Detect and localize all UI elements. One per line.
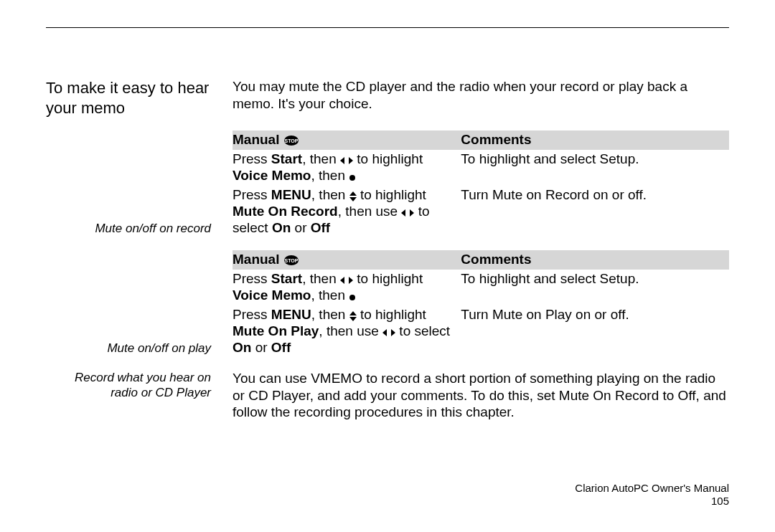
table-header-row: Manual STOP Comments xyxy=(232,130,729,150)
left-right-arrow-icon xyxy=(382,324,395,340)
svg-marker-7 xyxy=(401,209,405,217)
table-mute-play: Manual STOP Comments Press Start, then t… xyxy=(232,250,729,357)
svg-point-13 xyxy=(349,295,355,300)
header-manual-label: Manual xyxy=(232,132,279,147)
page-footer: Clarion AutoPC Owner's Manual 105 xyxy=(575,482,729,508)
enter-dot-icon xyxy=(349,168,356,184)
table-header-row: Manual STOP Comments xyxy=(232,250,729,270)
enter-dot-icon xyxy=(349,288,356,304)
up-down-arrow-icon xyxy=(349,308,357,323)
left-right-arrow-icon xyxy=(401,204,414,220)
manual-cell: Press Start, then to highlight Voice Mem… xyxy=(232,150,461,186)
up-down-arrow-icon xyxy=(349,188,357,204)
footer-title: Clarion AutoPC Owner's Manual xyxy=(575,482,729,495)
svg-marker-2 xyxy=(340,157,344,164)
svg-text:STOP: STOP xyxy=(284,258,298,263)
svg-marker-5 xyxy=(349,191,357,196)
table-row: Press Start, then to highlight Voice Mem… xyxy=(232,150,729,186)
left-right-arrow-icon xyxy=(340,272,353,288)
manual-cell: Press Start, then to highlight Voice Mem… xyxy=(232,270,461,305)
header-manual: Manual STOP xyxy=(232,250,461,270)
svg-marker-14 xyxy=(349,311,357,315)
comments-cell: To highlight and select Setup. xyxy=(461,270,729,305)
table-row: Press Start, then to highlight Voice Mem… xyxy=(232,270,729,305)
header-manual-label: Manual xyxy=(232,252,279,267)
svg-marker-16 xyxy=(382,329,387,336)
svg-marker-6 xyxy=(349,197,357,201)
comments-cell: Turn Mute on Record on or off. xyxy=(461,186,729,237)
header-manual: Manual STOP xyxy=(232,130,461,150)
left-right-arrow-icon xyxy=(340,152,353,168)
manual-cell: Press MENU, then to highlight Mute On Pl… xyxy=(232,305,461,357)
page-number: 105 xyxy=(575,495,729,508)
table-row: Press MENU, then to highlight Mute On Pl… xyxy=(232,305,729,357)
comments-cell: To highlight and select Setup. xyxy=(461,150,729,186)
top-rule xyxy=(46,27,729,28)
comments-cell: Turn Mute on Play on or off. xyxy=(461,305,729,357)
manual-cell: Press MENU, then to highlight Mute On Re… xyxy=(232,186,461,237)
table-row: Press MENU, then to highlight Mute On Re… xyxy=(232,186,729,237)
svg-marker-15 xyxy=(349,317,357,321)
margin-note-record: Mute on/off on record xyxy=(46,221,211,237)
content-grid: To make it easy to hear your memo You ma… xyxy=(46,78,729,421)
intro-paragraph: You may mute the CD player and the radio… xyxy=(232,78,729,118)
header-comments: Comments xyxy=(461,130,729,150)
svg-point-4 xyxy=(349,175,355,181)
stop-icon: STOP xyxy=(283,133,299,148)
margin-note-play: Mute on/off on play xyxy=(46,341,211,357)
section-heading: To make it easy to hear your memo xyxy=(46,78,211,118)
svg-text:STOP: STOP xyxy=(284,138,298,143)
table-mute-record: Manual STOP Comments Press Start, then t… xyxy=(232,130,729,237)
header-comments: Comments xyxy=(461,250,729,270)
svg-marker-11 xyxy=(340,277,344,284)
margin-note-vmemo: Record what you hear on radio or CD Play… xyxy=(46,370,211,421)
stop-icon: STOP xyxy=(283,252,299,268)
vmemo-paragraph: You can use VMEMO to record a short port… xyxy=(232,370,729,421)
page: To make it easy to hear your memo You ma… xyxy=(0,0,775,532)
